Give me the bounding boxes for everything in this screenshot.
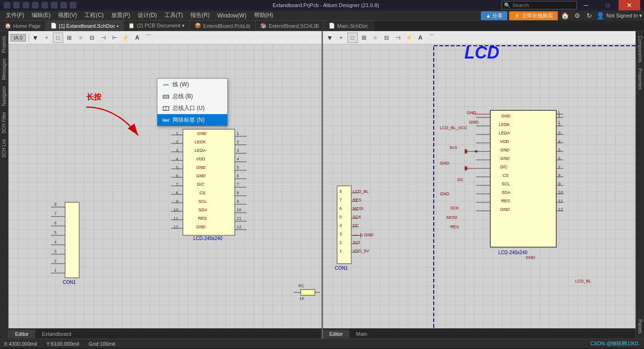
svg-text:5: 5 [339,215,342,219]
svg-text:LEDK: LEDK [499,122,510,127]
status-watermark: CSDN @物联网1901. [590,340,640,347]
svg-text:1: 1 [237,131,239,136]
menu-tools[interactable]: 工具(T) [161,10,187,20]
menu-place[interactable]: 放置(P) [107,10,134,20]
tb-add-icon[interactable]: + [41,33,52,43]
right-tb-wire[interactable]: ≡ [370,33,380,43]
svg-text:D/C: D/C [197,182,205,187]
bottom-tab-extandboard[interactable]: Extandboard [35,330,78,338]
schlib-tab-icon: 📚 [260,23,267,29]
menu-view[interactable]: 视图(V) [54,10,81,20]
maximize-button[interactable]: □ [597,0,619,10]
menu-project[interactable]: 工程(C) [81,10,107,20]
right-tb-arc[interactable]: ⌒ [427,33,437,43]
panel-navigator[interactable]: Navigator [1,83,7,109]
right-tb-add[interactable]: + [336,33,347,43]
search-box[interactable]: 🔍 Search [502,1,577,9]
user-account[interactable]: 👤 Not Signed In ▾ [596,12,642,19]
tab-schlib[interactable]: 📚 ExtendBoard.SCHLIB [256,21,324,31]
svg-text:1: 1 [54,268,57,273]
tb-wire-icon[interactable]: ≡ [75,33,86,43]
right-schematic-pane: ▼ + □ ⊞ ≡ ⊟ ⊣ ⚡ A ⌒ [323,31,636,328]
ctx-net-label[interactable]: Net 网络标签 (N) [157,114,227,126]
right-tb-bus[interactable]: ⊟ [381,33,392,43]
tab-schematic[interactable]: 📄 [1] Extandboard.SchDoc • [46,21,124,31]
panel-properties[interactable]: Properties [637,66,643,93]
svg-rect-86 [301,290,315,295]
buy-button[interactable]: ⚡ 立即在线购买 [509,11,558,20]
svg-text:LCD: LCD [464,44,499,62]
tab-schematic-label: [1] Extandboard.SchDoc • [59,23,118,29]
svg-text:R1: R1 [298,283,304,288]
ctx-wire-label: 线 (W) [173,81,189,89]
tb-text-icon[interactable]: A [132,33,142,43]
svg-text:LCD-240x240: LCD-240x240 [498,250,528,255]
tb-arc-icon[interactable]: ⌒ [143,33,154,43]
panel-sch-filter[interactable]: SCH Filter [1,109,7,136]
status-y: Y:6100.000mil [46,341,79,347]
right-tb-filter[interactable]: ▼ [325,33,335,43]
svg-text:4: 4 [54,240,57,244]
svg-text:2: 2 [237,140,239,144]
tab-home[interactable]: 🏠 Home Page [0,21,46,31]
bottom-tab-editor-right[interactable]: Editor [323,330,350,338]
tb-bus-icon[interactable]: ⊟ [87,33,97,43]
tb-power-icon[interactable]: ⚡ [121,33,131,43]
svg-text:CON1: CON1 [63,280,76,285]
bus-entry-icon [162,105,170,112]
svg-text:SCK: SCK [450,206,459,210]
panel-projects[interactable]: Projects [1,33,7,56]
tb-port-icon[interactable]: ⊢ [109,33,120,43]
svg-text:6: 6 [54,221,57,225]
panel-components[interactable]: Components [637,33,643,66]
svg-text:VDD: VDD [196,157,206,161]
panel-messages[interactable]: Messages [1,56,7,83]
right-tb-rect[interactable]: □ [347,33,358,43]
settings-icon[interactable]: ⚙ [572,10,582,21]
tb-rect-icon[interactable]: □ [53,33,63,43]
svg-text:GND: GND [500,148,510,152]
pcblib-tab-icon: 📦 [195,23,201,29]
right-tb-power[interactable]: ⚡ [404,33,414,43]
svg-text:2: 2 [54,258,57,263]
bottom-tab-editor-left[interactable]: Editor [8,330,35,338]
close-button[interactable]: ✕ [619,0,640,10]
svg-text:LCD_BL: LCD_BL [575,279,591,283]
tab-main[interactable]: 📄 Main.SchDoc [324,21,373,31]
ctx-bus[interactable]: 总线 (B) [157,91,227,102]
svg-text:LEDA: LEDA [195,148,206,153]
menu-edit[interactable]: 编辑(E) [28,10,54,20]
svg-text:10: 10 [237,208,241,212]
tb-pin-icon[interactable]: ⊣ [98,33,108,43]
menu-help[interactable]: 帮助(H) [250,10,277,20]
bottom-tab-main[interactable]: Main [349,330,374,338]
right-tb-pin[interactable]: ⊣ [393,33,403,43]
minimize-button[interactable]: ─ [575,0,597,10]
ctx-wire[interactable]: 线 (W) [157,79,227,91]
tb-rect2-icon[interactable]: ⊞ [64,33,74,43]
svg-text:6: 6 [339,206,342,211]
menu-design[interactable]: 设计(D) [134,10,161,20]
ctx-bus-entry-label: 总线入口 (U) [173,104,205,112]
right-tb-text[interactable]: A [415,33,426,43]
right-schematic-svg: LCD GND 1 1 GND [323,44,636,328]
menu-file[interactable]: 文件(F) [2,10,28,20]
share-button[interactable]: ▲ 分享 [481,11,507,20]
menu-report[interactable]: 报告(R) [187,10,214,20]
tab-pcb[interactable]: 📋 (2) PCB Document ▾ [124,21,190,31]
right-tb-rect2[interactable]: ⊞ [359,33,369,43]
svg-text:D/C: D/C [500,165,508,169]
menu-window[interactable]: Window(W) [214,11,250,20]
ctx-bus-entry[interactable]: 总线入口 (U) [157,102,227,114]
svg-text:3V3: 3V3 [449,145,457,150]
panel-panels[interactable]: Panels [637,316,643,337]
svg-text:VDD: VDD [500,139,510,144]
svg-text:MOSI: MOSI [446,215,457,220]
tb-filter-icon[interactable]: ▼ [30,33,41,43]
home-icon[interactable]: 🏠 [560,10,570,21]
tab-main-label: Main.SchDoc [337,23,368,29]
left-bottom-tabs: Editor Extandboard [8,329,323,339]
panel-sch-list[interactable]: SCH List [1,136,7,160]
refresh-icon[interactable]: ↻ [584,10,594,21]
tab-pcblib[interactable]: 📦 ExtendBoard.PcbLib [190,21,256,31]
